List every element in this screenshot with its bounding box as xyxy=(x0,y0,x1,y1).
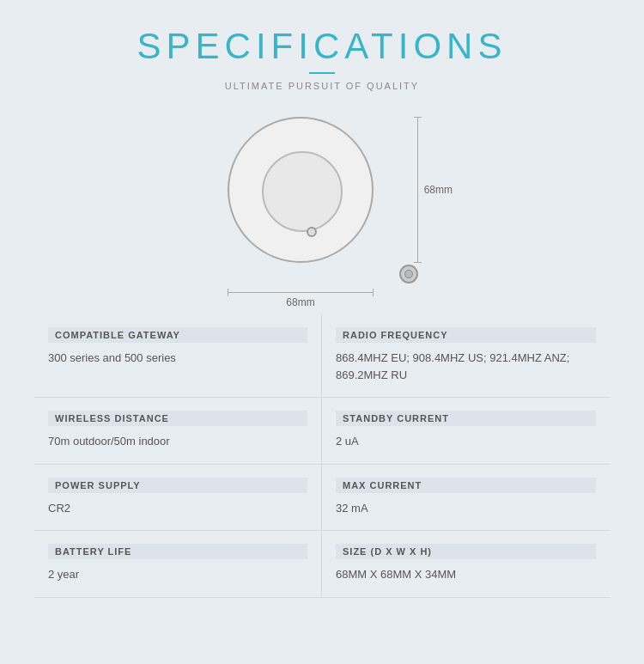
spec-label-battery-life: Battery life xyxy=(48,544,307,559)
diagram-wrapper: 68mm 68mm xyxy=(210,108,434,297)
spec-item-max-current: MAX CURRENT 32 mA xyxy=(322,465,610,532)
spec-label-power-supply: POWER SUPPLY xyxy=(48,478,307,493)
spec-label-size: SIZE (D X W X H) xyxy=(336,544,596,559)
spec-item-power-supply: POWER SUPPLY CR2 xyxy=(34,465,322,532)
spec-value-power-supply: CR2 xyxy=(48,498,307,519)
spec-label-radio-frequency: RADIO FREQUENCY xyxy=(336,327,596,343)
vertical-dimension-line: 68mm xyxy=(417,117,418,263)
horizontal-dimension-line: 68mm xyxy=(228,292,374,293)
spec-label-max-current: MAX CURRENT xyxy=(336,478,596,493)
device-connector xyxy=(399,265,418,283)
spec-value-standby-current: 2 uA xyxy=(336,431,596,452)
spec-value-battery-life: 2 year xyxy=(48,564,307,585)
spec-value-max-current: 32 mA xyxy=(336,498,596,519)
spec-item-size: SIZE (D X W X H) 68MM X 68MM X 34MM xyxy=(322,531,610,598)
spec-item-radio-frequency: RADIO FREQUENCY 868.4MHZ EU; 908.4MHZ US… xyxy=(322,314,610,398)
spec-label-wireless-distance: WIRELESS DISTANCE xyxy=(48,411,307,426)
spec-value-radio-frequency: 868.4MHZ EU; 908.4MHZ US; 921.4MHZ ANZ; … xyxy=(336,348,596,385)
device-inner-circle xyxy=(262,151,343,232)
spec-item-battery-life: Battery life 2 year xyxy=(34,531,322,598)
height-dimension-label: 68mm xyxy=(424,184,453,196)
device-sensor-dot xyxy=(307,227,317,237)
spec-label-standby-current: STANDBY CURRENT xyxy=(336,411,596,426)
title-underline xyxy=(309,72,335,74)
spec-value-size: 68MM X 68MM X 34MM xyxy=(336,564,596,585)
spec-item-standby-current: STANDBY CURRENT 2 uA xyxy=(322,398,610,465)
diagram-section: 68mm 68mm xyxy=(34,108,610,297)
spec-item-wireless-distance: WIRELESS DISTANCE 70m outdoor/50m indoor xyxy=(34,398,322,465)
spec-value-wireless-distance: 70m outdoor/50m indoor xyxy=(48,431,307,452)
specs-grid: COMPATIBLE GATEWAY 300 series and 500 se… xyxy=(34,314,610,598)
spec-item-compatible-gateway: COMPATIBLE GATEWAY 300 series and 500 se… xyxy=(34,314,322,398)
device-outer-circle xyxy=(228,117,374,263)
subtitle: ULTIMATE PURSUIT OF QUALITY xyxy=(34,81,610,91)
device-connector-inner xyxy=(404,270,413,278)
page-container: SPECIFICATIONS ULTIMATE PURSUIT OF QUALI… xyxy=(0,0,644,664)
spec-value-compatible-gateway: 300 series and 500 series xyxy=(48,348,307,369)
header-section: SPECIFICATIONS ULTIMATE PURSUIT OF QUALI… xyxy=(34,26,610,91)
width-dimension-label: 68mm xyxy=(286,296,314,308)
page-title: SPECIFICATIONS xyxy=(34,26,610,67)
spec-label-compatible-gateway: COMPATIBLE GATEWAY xyxy=(48,327,307,343)
